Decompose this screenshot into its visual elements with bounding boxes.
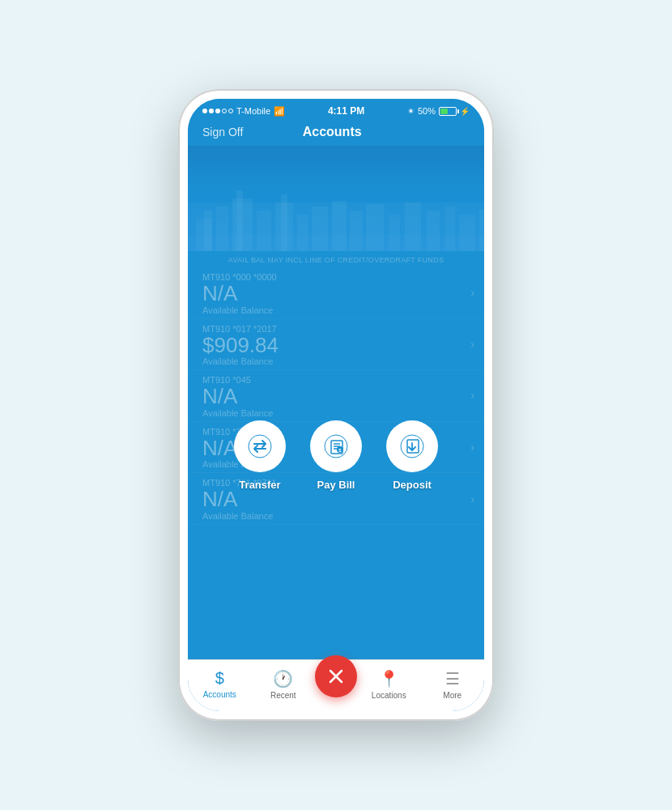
status-right: ✴ 50% ⚡: [407, 106, 470, 117]
deposit-icon: [400, 434, 424, 458]
locations-tab-label: Locations: [372, 691, 406, 700]
recent-tab-label: Recent: [270, 691, 296, 700]
locations-tab-icon: 📍: [379, 669, 399, 688]
accounts-tab-label: Accounts: [203, 690, 236, 699]
status-bar: T-Mobile 📶 4:11 PM ✴ 50% ⚡: [188, 99, 484, 120]
accounts-tab-icon: $: [215, 669, 224, 688]
phone-device: T-Mobile 📶 4:11 PM ✴ 50% ⚡ Sign Off Acco…: [178, 89, 494, 721]
signal-dot-2: [209, 109, 214, 113]
battery-fill: [440, 109, 448, 114]
battery-percent: 50%: [418, 106, 436, 116]
accounts-list: AVAIL BAL MAY INCL LINE OF CREDIT/OVERDR…: [188, 251, 484, 659]
tab-recent[interactable]: 🕐 Recent: [252, 669, 316, 700]
more-tab-label: More: [443, 691, 461, 700]
sky-overlay: [188, 146, 484, 251]
charging-icon: ⚡: [460, 107, 470, 116]
status-time: 4:11 PM: [328, 105, 364, 117]
transfer-circle: [234, 420, 286, 472]
transfer-label: Transfer: [239, 479, 280, 491]
signal-dot-1: [202, 109, 207, 113]
recent-tab-icon: 🕐: [273, 669, 293, 688]
deposit-button[interactable]: Deposit: [386, 420, 438, 491]
fab-close-button[interactable]: [315, 655, 357, 697]
nav-title: Accounts: [303, 125, 362, 139]
pay-bill-label: Pay Bill: [317, 479, 355, 491]
tab-more[interactable]: ☰ More: [421, 669, 485, 700]
signal-dot-4: [222, 109, 227, 113]
deposit-label: Deposit: [393, 479, 432, 491]
nav-bar: Sign Off Accounts: [188, 120, 484, 146]
deposit-circle: [386, 420, 438, 472]
wifi-icon: 📶: [274, 106, 285, 117]
pay-bill-icon: $: [324, 434, 348, 458]
transfer-button[interactable]: Transfer: [234, 420, 286, 491]
more-tab-icon: ☰: [445, 669, 460, 688]
phone-screen: T-Mobile 📶 4:11 PM ✴ 50% ⚡ Sign Off Acco…: [188, 99, 484, 711]
signal-dot-3: [215, 109, 220, 113]
close-icon: [327, 667, 345, 685]
tab-locations[interactable]: 📍 Locations: [357, 669, 421, 700]
action-overlay: Transfer $: [188, 251, 484, 659]
sign-off-button[interactable]: Sign Off: [202, 126, 243, 139]
signal-dots: [202, 109, 233, 113]
transfer-icon: [248, 434, 272, 458]
action-buttons-group: Transfer $: [234, 420, 438, 491]
svg-point-21: [249, 435, 271, 458]
battery-icon: [439, 107, 457, 116]
pay-bill-button[interactable]: $ Pay Bill: [310, 420, 362, 491]
pay-bill-circle: $: [310, 420, 362, 472]
bluetooth-icon: ✴: [407, 106, 415, 117]
city-banner: [188, 146, 484, 251]
carrier-label: T-Mobile: [236, 106, 270, 116]
signal-dot-5: [228, 109, 233, 113]
status-left: T-Mobile 📶: [202, 106, 285, 117]
tab-bar: $ Accounts 🕐 Recent 📍 Locations: [188, 659, 484, 711]
tab-accounts[interactable]: $ Accounts: [188, 669, 252, 699]
